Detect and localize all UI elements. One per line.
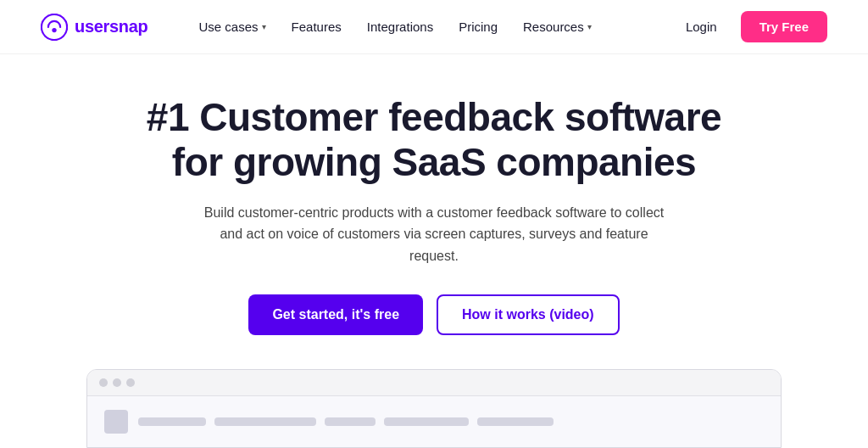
- dot-2: [113, 378, 121, 387]
- hero-title: #1 Customer feedback software for growin…: [137, 95, 731, 185]
- mockup-line: [138, 417, 206, 426]
- hero-subtitle: Build customer-centric products with a c…: [197, 202, 671, 267]
- mockup-icon: [104, 410, 128, 434]
- get-started-button[interactable]: Get started, it's free: [248, 294, 423, 335]
- dot-1: [99, 378, 108, 387]
- mockup-body: [87, 396, 781, 447]
- mockup-titlebar: [87, 370, 781, 396]
- mockup-line: [214, 417, 316, 426]
- dot-3: [126, 378, 135, 387]
- mockup-lines: [138, 417, 554, 426]
- logo-icon: [41, 14, 68, 41]
- nav-use-cases[interactable]: Use cases ▾: [189, 13, 276, 41]
- nav-resources[interactable]: Resources ▾: [513, 13, 602, 41]
- svg-point-1: [52, 27, 56, 31]
- hero-section: #1 Customer feedback software for growin…: [0, 54, 868, 448]
- try-free-button[interactable]: Try Free: [741, 11, 827, 42]
- nav-features[interactable]: Features: [281, 13, 352, 41]
- nav-right: Login Try Free: [676, 11, 827, 42]
- nav-integrations[interactable]: Integrations: [357, 13, 443, 41]
- navbar: usersnap Use cases ▾ Features Integratio…: [0, 0, 868, 54]
- hero-buttons: Get started, it's free How it works (vid…: [248, 294, 619, 335]
- nav-links: Use cases ▾ Features Integrations Pricin…: [189, 13, 676, 41]
- mockup-line: [325, 417, 376, 426]
- chevron-down-icon: ▾: [587, 22, 592, 31]
- chevron-down-icon: ▾: [262, 22, 266, 31]
- mockup-line: [477, 417, 554, 426]
- how-it-works-button[interactable]: How it works (video): [437, 294, 620, 335]
- mockup-line: [384, 417, 469, 426]
- logo-text: usersnap: [75, 17, 148, 36]
- browser-mockup: [86, 369, 782, 448]
- login-button[interactable]: Login: [676, 13, 727, 41]
- svg-point-0: [42, 14, 67, 39]
- logo[interactable]: usersnap: [41, 14, 148, 41]
- nav-pricing[interactable]: Pricing: [448, 13, 508, 41]
